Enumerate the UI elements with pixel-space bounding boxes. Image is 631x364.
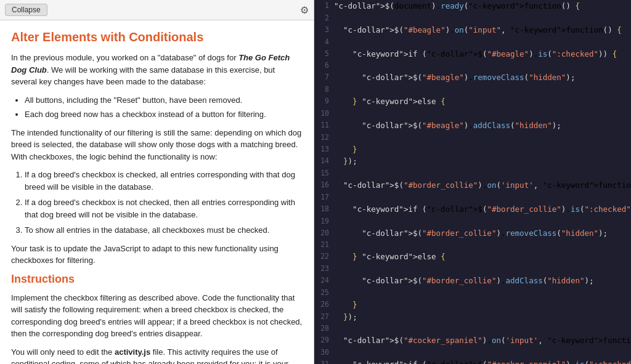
line-code: "c-keyword">if ("c-dollar">$("#beagle").… — [334, 48, 631, 60]
inst-p2-a: You will only need to edit the — [11, 347, 115, 357]
line-code — [334, 216, 631, 216]
gear-icon-button[interactable]: ⚙ — [300, 4, 309, 16]
top-bar: Collapse ⚙ — [0, 0, 314, 20]
bullet-list: All buttons, including the "Reset" butto… — [25, 94, 303, 121]
para3: Your task is to update the JavaScript to… — [11, 243, 303, 267]
line-number: 9 — [314, 95, 334, 107]
code-line: 27 }); — [314, 311, 631, 323]
line-number: 3 — [314, 24, 334, 35]
code-line: 26 } — [314, 299, 631, 311]
code-line: 28 — [314, 323, 631, 334]
line-code — [334, 287, 631, 288]
line-code — [334, 84, 631, 84]
code-line: 9 } "c-keyword">else { — [314, 95, 631, 108]
line-code: "c-dollar">$("#border_collie").addClass(… — [334, 275, 631, 287]
line-code: "c-dollar">$("#beagle").removeClass("hid… — [334, 71, 631, 84]
code-line: 23 — [314, 263, 631, 275]
line-number: 14 — [314, 155, 334, 166]
line-code — [334, 323, 631, 323]
line-code — [334, 263, 631, 264]
numbered-item: If a dog breed's checkbox is not checked… — [25, 196, 303, 220]
line-number: 13 — [314, 144, 334, 155]
code-line: 29 "c-dollar">$("#cocker_spaniel").on('i… — [314, 334, 631, 347]
line-code: } — [334, 299, 631, 311]
line-code: } "c-keyword">else { — [334, 251, 631, 263]
line-code — [334, 347, 631, 347]
code-line: 22 } "c-keyword">else { — [314, 251, 631, 263]
code-line: 18 "c-keyword">if ("c-dollar">$("#border… — [314, 203, 631, 216]
line-number: 7 — [314, 71, 334, 83]
line-number: 16 — [314, 179, 334, 190]
line-code — [334, 60, 631, 60]
code-line: 14 }); — [314, 155, 631, 168]
content-area: Alter Elements with Conditionals In the … — [0, 20, 314, 364]
line-number: 24 — [314, 275, 334, 286]
code-line: 5 "c-keyword">if ("c-dollar">$("#beagle"… — [314, 48, 631, 60]
line-code: "c-dollar">$("#beagle").addClass("hidden… — [334, 119, 631, 132]
line-code — [334, 192, 631, 192]
line-code: "c-dollar">$("#border_collie").on('input… — [334, 179, 631, 192]
left-panel: Collapse ⚙ Alter Elements with Condition… — [0, 0, 314, 364]
numbered-item: To show all entries in the database, all… — [25, 224, 303, 237]
line-code — [334, 168, 631, 168]
line-number: 6 — [314, 60, 334, 71]
code-line: 30 — [314, 347, 631, 358]
line-number: 15 — [314, 168, 334, 179]
numbered-item: If a dog breed's checkbox is checked, al… — [25, 169, 303, 193]
numbered-list: If a dog breed's checkbox is checked, al… — [25, 169, 303, 237]
inst-p2-b: activity.js — [115, 347, 150, 357]
para2: The intended functionality of our filter… — [11, 127, 303, 163]
line-number: 4 — [314, 36, 334, 47]
code-line: 25 — [314, 287, 631, 299]
line-code: "c-keyword">if ("c-dollar">$("#border_co… — [334, 203, 631, 216]
line-code: "c-dollar">$("#beagle").on("input", "c-k… — [334, 24, 631, 36]
line-number: 22 — [314, 251, 334, 262]
right-panel: 1"c-dollar">$(document).ready("c-keyword… — [314, 0, 631, 364]
code-line: 15 — [314, 168, 631, 179]
line-number: 28 — [314, 323, 334, 334]
code-line: 31 "c-keyword">if ("c-dollar">$("#cocker… — [314, 358, 631, 364]
line-code — [334, 12, 631, 13]
line-code — [334, 239, 631, 240]
instructions-p2: You will only need to edit the activity.… — [11, 346, 303, 365]
line-number: 21 — [314, 239, 334, 250]
code-line: 24 "c-dollar">$("#border_collie").addCla… — [314, 275, 631, 287]
line-code: "c-dollar">$(document).ready("c-keyword"… — [334, 0, 631, 12]
line-code — [334, 36, 631, 37]
code-line: 2 — [314, 12, 631, 24]
line-number: 10 — [314, 108, 334, 119]
line-code: }); — [334, 311, 631, 323]
line-number: 25 — [314, 287, 334, 298]
code-line: 7 "c-dollar">$("#beagle").removeClass("h… — [314, 71, 631, 84]
line-code — [334, 108, 631, 108]
line-number: 1 — [314, 0, 334, 11]
code-line: 11 "c-dollar">$("#beagle").addClass("hid… — [314, 119, 631, 132]
code-line: 16 "c-dollar">$("#border_collie").on('in… — [314, 179, 631, 192]
code-line: 4 — [314, 36, 631, 48]
code-line: 6 — [314, 60, 631, 71]
article-title: Alter Elements with Conditionals — [11, 30, 303, 44]
line-code — [334, 132, 631, 132]
code-line: 13 } — [314, 144, 631, 156]
code-line: 12 — [314, 132, 631, 144]
line-number: 31 — [314, 358, 334, 364]
collapse-button[interactable]: Collapse — [5, 4, 47, 16]
code-line: 20 "c-dollar">$("#border_collie").remove… — [314, 227, 631, 240]
code-line: 3 "c-dollar">$("#beagle").on("input", "c… — [314, 24, 631, 36]
code-line: 21 — [314, 239, 631, 251]
bullet-item: Each dog breed now has a checkbox instea… — [25, 108, 303, 121]
instructions-p1: Implement the checkbox filtering as desc… — [11, 292, 303, 340]
line-number: 19 — [314, 216, 334, 227]
line-code: } "c-keyword">else { — [334, 95, 631, 108]
line-code: "c-dollar">$("#cocker_spaniel").on('inpu… — [334, 334, 631, 347]
code-line: 17 — [314, 192, 631, 203]
code-line: 1"c-dollar">$(document).ready("c-keyword… — [314, 0, 631, 12]
line-number: 2 — [314, 12, 334, 23]
intro-text-2: . We will be working with the same datab… — [11, 65, 275, 87]
line-number: 27 — [314, 311, 334, 322]
code-line: 10 — [314, 108, 631, 119]
code-line: 8 — [314, 84, 631, 95]
line-number: 29 — [314, 334, 334, 346]
line-number: 23 — [314, 263, 334, 274]
intro-paragraph: In the previous module, you worked on a … — [11, 52, 303, 88]
